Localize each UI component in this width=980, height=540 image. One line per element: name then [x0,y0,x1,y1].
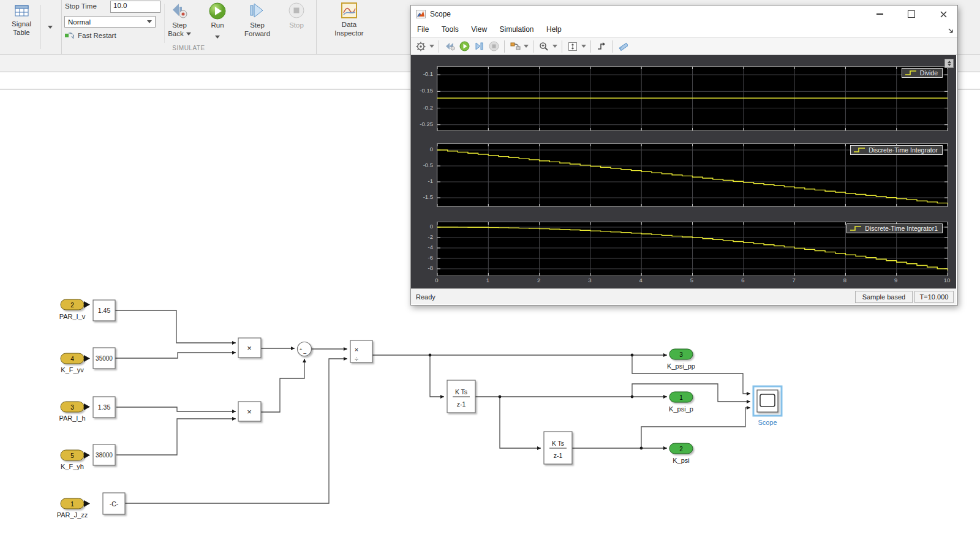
inport-PAR_I_h[interactable]: 3 PAR_I_h [59,402,90,422]
simulink-app: Signal Table Stop Time 10.0 Normal Fast … [0,0,980,540]
trigger-icon [597,42,606,51]
svg-text:-C-: -C- [110,500,119,508]
signal-wires[interactable] [115,310,750,503]
constant-block[interactable]: 1.35 [93,397,115,418]
svg-text:2: 2 [70,302,74,309]
svg-text:K_psi: K_psi [673,457,690,464]
svg-text:K_psi_p: K_psi_p [669,405,693,413]
y-tick-label: -0.15 [411,87,433,94]
x-tick-label: 10 [941,277,952,283]
menu-file[interactable]: File [412,23,434,36]
highlight-block-button[interactable] [509,40,521,53]
measurements-button[interactable] [617,40,629,53]
constant-block[interactable]: 1.45 [93,300,115,321]
y-tick-label: -2 [411,233,433,240]
y-tick-label: -4 [411,244,433,250]
y-tick-label: 0 [411,223,433,230]
constant-block[interactable]: -C- [103,493,125,514]
svg-text:K_F_yv: K_F_yv [61,366,84,373]
x-tick-label: 1 [482,277,493,283]
chevron-down-icon[interactable] [429,45,434,48]
close-button[interactable] [934,8,952,20]
discrete-time-integrator-block[interactable]: K Ts z-1 [447,380,475,413]
scope-statusbar: Ready Sample based T=10.000 [411,288,956,304]
discrete-time-integrator1-block[interactable]: K Ts z-1 [544,432,572,464]
outport-K_psi_p[interactable]: 1 K_psi_p [669,392,693,413]
y-tick-label: 0 [411,146,433,152]
zoom-button[interactable] [538,40,550,53]
svg-text:PAR_I_v: PAR_I_v [59,313,86,320]
magnifier-icon [539,42,549,51]
chevron-down-icon[interactable] [581,45,586,48]
svg-text:+: + [300,347,303,352]
step-back-button[interactable] [443,40,456,53]
y-tick-label: -0.25 [411,121,433,127]
svg-text:3: 3 [679,351,683,358]
svg-text:K_F_yh: K_F_yh [61,463,84,470]
product-block[interactable]: × [238,338,261,358]
inport-PAR_J_zz[interactable]: 1 PAR_J_zz [57,498,90,519]
svg-text:z-1: z-1 [554,452,563,459]
divider [562,40,562,53]
inport-K_F_yh[interactable]: 5 K_F_yh [61,450,90,470]
status-sim-time: T=10.000 [914,291,954,303]
y-tick-label: -8 [411,264,433,271]
inport-K_F_yv[interactable]: 4 K_F_yv [61,353,90,373]
scope-titlebar[interactable]: Scope [411,6,957,23]
x-tick-label: 5 [687,277,698,283]
scope-window: Scope File Tools View Simulation Help [410,5,958,306]
measurements-icon [618,42,628,51]
settings-gear-button[interactable] [415,40,427,53]
minimize-button[interactable] [870,8,889,20]
x-tick-label: 8 [839,277,850,283]
gear-icon [416,42,426,51]
run-button[interactable] [458,40,470,53]
step-forward-icon [475,42,484,51]
dock-arrow-icon[interactable] [948,28,954,34]
legend-divide[interactable]: Divide [902,68,943,78]
sum-block[interactable]: + − [298,342,312,358]
x-tick-label: 2 [533,277,545,283]
divider [504,40,505,53]
close-icon [940,11,947,18]
divider [439,40,439,53]
y-tick-label: -0.2 [411,104,433,111]
scope-menubar: File Tools View Simulation Help [411,23,957,37]
svg-text:1.45: 1.45 [98,307,111,314]
chevron-down-icon[interactable] [552,45,557,48]
legend-discrete-time-integrator1[interactable]: Discrete-Time Integrator1 [846,223,943,233]
svg-text:K Ts: K Ts [552,440,564,447]
divide-block[interactable]: × ÷ [350,340,372,362]
highlight-block-icon [510,42,521,51]
plot-scroll-widget[interactable] [944,59,954,68]
svg-text:×: × [247,407,252,416]
inport-PAR_I_v[interactable]: 2 PAR_I_v [59,299,90,320]
step-forward-button[interactable] [473,40,485,53]
menu-help[interactable]: Help [541,23,567,36]
x-tick-label: 0 [431,277,442,283]
svg-text:PAR_J_zz: PAR_J_zz [57,511,88,519]
fit-to-view-icon [568,42,578,51]
chevron-down-icon[interactable] [524,45,529,48]
menu-view[interactable]: View [466,23,492,36]
plot-canvas [437,67,948,130]
constant-block[interactable]: 35000 [93,348,115,369]
menu-simulation[interactable]: Simulation [495,23,539,36]
legend-discrete-time-integrator[interactable]: Discrete-Time Integrator [850,145,943,155]
outport-K_psi_pp[interactable]: 3 K_psi_pp [667,349,695,370]
outport-K_psi[interactable]: 2 K_psi [669,443,693,464]
fit-to-view-button[interactable] [567,40,579,53]
product-block[interactable]: × [238,402,261,421]
svg-text:4: 4 [70,356,74,362]
stop-button[interactable] [488,40,500,53]
svg-text:1.35: 1.35 [98,403,111,411]
menu-tools[interactable]: Tools [437,23,464,36]
y-tick-label: -0.1 [411,70,433,77]
svg-text:5: 5 [70,452,74,459]
maximize-button[interactable] [902,8,921,20]
status-text: Ready [413,293,435,301]
constant-block[interactable]: 38000 [93,444,115,465]
scope-block[interactable]: Scope [753,386,782,426]
trigger-button[interactable] [595,40,608,53]
play-icon [459,41,470,51]
